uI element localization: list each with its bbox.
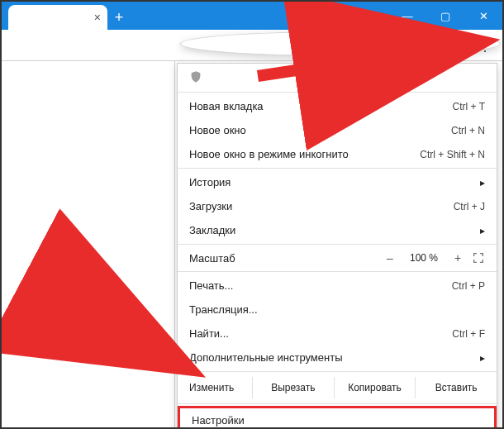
- menu-new-tab[interactable]: Новая вкладка Ctrl + T: [178, 94, 497, 118]
- left-pane: [2, 61, 175, 427]
- chevron-right-icon: ▸: [480, 225, 485, 236]
- menu-label: Новая вкладка: [189, 100, 453, 112]
- minimize-button[interactable]: —: [388, 2, 426, 30]
- menu-incognito[interactable]: Новое окно в режиме инкогнито Ctrl + Shi…: [178, 142, 497, 166]
- close-window-button[interactable]: ✕: [464, 2, 502, 30]
- menu-label: Печать...: [189, 279, 452, 292]
- new-tab-button[interactable]: +: [107, 5, 131, 30]
- menu-print[interactable]: Печать... Ctrl + P: [178, 274, 497, 298]
- menu-label: Настройки: [192, 414, 483, 427]
- menu-cast[interactable]: Трансляция...: [178, 298, 497, 322]
- menu-bookmarks[interactable]: Закладки ▸: [178, 218, 497, 242]
- zoom-out-button[interactable]: –: [383, 251, 397, 265]
- menu-find[interactable]: Найти... Ctrl + F: [178, 322, 497, 346]
- zoom-value: 100 %: [404, 252, 444, 264]
- zoom-in-button[interactable]: +: [450, 251, 465, 265]
- menu-label: Закладки: [189, 224, 472, 236]
- menu-label: Трансляция...: [189, 303, 485, 316]
- window-controls: — ▢ ✕: [388, 2, 502, 30]
- maximize-button[interactable]: ▢: [426, 2, 464, 30]
- shortcut: Ctrl + F: [452, 328, 485, 340]
- chevron-right-icon: ▸: [480, 352, 485, 364]
- close-tab-icon[interactable]: ×: [94, 11, 101, 24]
- shield-row: [178, 64, 497, 90]
- menu-label: Новое окно: [189, 124, 451, 136]
- main-menu-dropdown: Новая вкладка Ctrl + T Новое окно Ctrl +…: [177, 63, 497, 429]
- edit-paste-button[interactable]: Вставить: [416, 377, 497, 398]
- menu-label: Найти...: [189, 327, 452, 340]
- menu-settings[interactable]: Настройки: [178, 406, 497, 429]
- menu-more-tools[interactable]: Дополнительные инструменты ▸: [178, 346, 497, 369]
- titlebar: × + — ▢ ✕: [2, 2, 502, 30]
- shortcut: Ctrl + T: [453, 101, 485, 112]
- shortcut: Ctrl + P: [452, 280, 485, 292]
- shield-icon: [189, 70, 202, 83]
- edit-label: Изменить: [178, 377, 252, 398]
- menu-downloads[interactable]: Загрузки Ctrl + J: [178, 194, 497, 218]
- menu-label: История: [189, 176, 472, 188]
- zoom-label: Масштаб: [189, 252, 376, 265]
- menu-label: Дополнительные инструменты: [189, 351, 472, 364]
- edit-copy-button[interactable]: Копировать: [335, 377, 416, 398]
- shortcut: Ctrl + N: [451, 125, 485, 136]
- menu-label: Новое окно в режиме инкогнито: [189, 148, 420, 160]
- menu-new-window[interactable]: Новое окно Ctrl + N: [178, 118, 497, 142]
- menu-label: Загрузки: [189, 200, 454, 212]
- browser-tab[interactable]: ×: [8, 5, 107, 30]
- menu-history[interactable]: История ▸: [178, 170, 497, 194]
- menu-edit-row: Изменить Вырезать Копировать Вставить: [178, 374, 497, 402]
- fullscreen-icon[interactable]: [472, 251, 485, 265]
- shortcut: Ctrl + J: [454, 201, 485, 212]
- shortcut: Ctrl + Shift + N: [420, 149, 485, 160]
- annotation-circle-menu: [180, 31, 501, 56]
- chevron-right-icon: ▸: [480, 177, 485, 188]
- menu-zoom: Масштаб – 100 % +: [178, 246, 497, 269]
- edit-cut-button[interactable]: Вырезать: [253, 377, 334, 398]
